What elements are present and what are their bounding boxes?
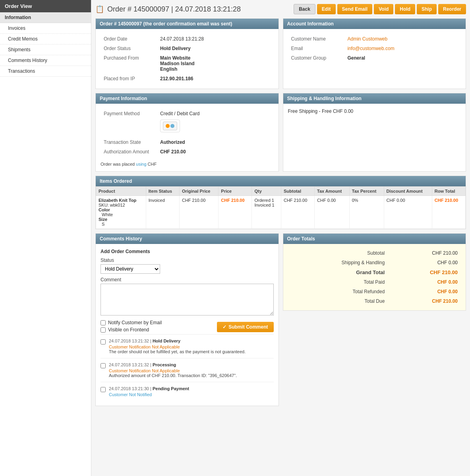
items-ordered-header: Items Ordered: [96, 176, 466, 186]
transaction-state-value: Authorized: [160, 139, 185, 145]
item-status-cell: Invoiced: [146, 196, 179, 229]
customer-group-value: General: [348, 55, 366, 61]
account-info-panel: Account Information Customer Name Admin …: [283, 18, 466, 89]
col-item-status: Item Status: [146, 187, 179, 196]
status-select[interactable]: Hold Delivery Processing Pending Payment…: [101, 264, 160, 274]
comment-entry-3: 24.07.2018 13:21:30 | Pending Payment Cu…: [101, 382, 274, 401]
account-info-header: Account Information: [283, 19, 466, 29]
order-totals-body: Subtotal CHF 210.00 Shipping & Handling …: [283, 244, 466, 310]
notify-checkbox[interactable]: [101, 320, 106, 325]
qty-cell: Ordered 1 Invoiced 1: [252, 196, 281, 229]
customer-name-link[interactable]: Admin Customweb: [348, 36, 388, 42]
comment-date-3: 24.07.2018 13:21:30: [109, 386, 149, 391]
comment-text-1: The order should not be fulfilled yet, a…: [109, 349, 274, 354]
send-email-button[interactable]: Send Email: [337, 4, 373, 14]
total-due-value: CHF 210.00: [389, 297, 461, 306]
email-link[interactable]: info@customweb.com: [348, 46, 395, 51]
product-name: Elizabeth Knit Top: [99, 198, 136, 203]
shipping-handling-label: Shipping & Handling: [288, 258, 388, 267]
order-totals-panel-inner: Order Totals Subtotal CHF 210.00 Shippin…: [283, 233, 466, 311]
color-value: White: [99, 212, 113, 217]
page-wrapper: Order View Information Invoices Credit M…: [0, 0, 470, 476]
order-date-label: Order Date: [101, 35, 157, 43]
top-grid: Order # 145000097 (the order confirmatio…: [95, 18, 466, 89]
col-product: Product: [96, 187, 146, 196]
order-status-value: Hold Delivery: [160, 46, 191, 51]
using-link[interactable]: using: [136, 162, 146, 166]
comment-meta-3: 24.07.2018 13:21:30 | Pending Payment: [109, 386, 274, 391]
card-dot-orange: [166, 124, 170, 128]
order-placed-text: Order was placed using CHF: [101, 162, 274, 166]
comment-checkbox-3[interactable]: [101, 387, 106, 392]
payment-shipping-grid: Payment Information Payment Method Credi…: [95, 93, 466, 172]
comment-date-1: 24.07.2018 13:21:32: [109, 339, 149, 343]
order-status-label: Order Status: [101, 44, 157, 53]
status-row: Status Hold Delivery Processing Pending …: [101, 257, 274, 274]
checkboxes: Notify Customer by Email Visible on Fron…: [101, 320, 162, 334]
sidebar-title: Order View: [0, 0, 91, 12]
placed-ip-label: Placed from IP: [101, 74, 157, 83]
submit-comment-button[interactable]: ✓ Submit Comment: [217, 322, 273, 332]
shipping-info-panel: Shipping & Handling Information Free Shi…: [283, 93, 466, 172]
comment-status-3: Pending Payment: [153, 386, 189, 391]
shipping-handling-value: CHF 0.00: [389, 258, 461, 267]
subtotal-label: Subtotal: [288, 249, 388, 257]
visible-checkbox[interactable]: [101, 327, 106, 333]
grand-total-value: CHF 210.00: [389, 268, 461, 277]
sidebar-item-transactions[interactable]: Transactions: [0, 66, 91, 77]
sidebar-item-credit-memos[interactable]: Credit Memos: [0, 34, 91, 45]
total-refunded-value: CHF 0.00: [389, 287, 461, 296]
purchased-from-value: Main Website Madison Island English: [158, 54, 273, 74]
comment-entry-2: 24.07.2018 13:21:32 | Processing Custome…: [101, 358, 274, 382]
reorder-button[interactable]: Reorder: [438, 4, 466, 14]
size-value: S: [99, 222, 104, 226]
total-due-label: Total Due: [288, 297, 388, 306]
hold-button[interactable]: Hold: [395, 4, 415, 14]
comment-checkbox-1[interactable]: [101, 339, 106, 344]
payment-method-label: Payment Method: [101, 109, 157, 137]
subtotal-value: CHF 210.00: [389, 249, 461, 257]
header-buttons: Back Edit Send Email Void Hold Ship Reor…: [294, 4, 466, 14]
comment-checkbox-2[interactable]: [101, 363, 106, 368]
tax-percent-cell: 0%: [349, 196, 384, 229]
comment-notification-3: Customer Not Notified: [109, 392, 274, 397]
tax-amount-cell: CHF 0.00: [315, 196, 350, 229]
col-tax-amount: Tax Amount: [315, 187, 350, 196]
void-button[interactable]: Void: [374, 4, 393, 14]
items-table: Product Item Status Original Price Price…: [96, 186, 466, 229]
main-content: 📋 Order # 145000097 | 24.07.2018 13:21:2…: [91, 0, 470, 476]
discount-amount-cell: CHF 0.00: [384, 196, 432, 229]
edit-button[interactable]: Edit: [317, 4, 336, 14]
comment-notification-2: Customer Notification Not Applicable: [109, 368, 274, 373]
submit-button-label: Submit Comment: [228, 324, 268, 330]
page-title: Order # 145000097 | 24.07.2018 13:21:28: [107, 5, 241, 14]
transaction-state-label: Transaction State: [101, 138, 157, 147]
comments-history-header: Comments History: [96, 234, 279, 244]
qty-invoiced-value: 1: [272, 203, 274, 207]
order-totals-panel: Order Totals Subtotal CHF 210.00 Shippin…: [283, 233, 466, 406]
ship-button[interactable]: Ship: [417, 4, 437, 14]
comments-section: Add Order Comments Status Hold Delivery …: [96, 244, 279, 406]
sidebar-item-comments-history[interactable]: Comments History: [0, 55, 91, 66]
comment-textarea[interactable]: [101, 284, 274, 315]
auth-amount-label: Authorization Amount: [101, 147, 157, 156]
sidebar-item-invoices[interactable]: Invoices: [0, 23, 91, 34]
total-paid-value: CHF 0.00: [389, 278, 461, 286]
col-original-price: Original Price: [179, 187, 218, 196]
comment-body-1: 24.07.2018 13:21:32 | Hold Delivery Cust…: [109, 339, 274, 354]
back-button[interactable]: Back: [294, 4, 315, 14]
sidebar-item-shipments[interactable]: Shipments: [0, 45, 91, 55]
grand-total-label: Grand Total: [288, 268, 388, 277]
qty-ordered-label: Ordered: [254, 198, 270, 203]
comment-meta-2: 24.07.2018 13:21:32 | Processing: [109, 362, 274, 367]
price-cell: CHF 210.00: [219, 196, 252, 229]
submit-check-icon: ✓: [222, 324, 226, 330]
auth-amount-value: CHF 210.00: [160, 149, 186, 155]
payment-info-header: Payment Information: [96, 93, 279, 104]
table-row: Elizabeth Knit Top SKU: wbk012 Color Whi…: [96, 196, 466, 229]
color-label: Color: [99, 207, 110, 212]
order-totals-header: Order Totals: [283, 234, 466, 244]
email-label: Email: [289, 44, 344, 53]
col-subtotal: Subtotal: [281, 187, 314, 196]
col-price: Price: [219, 187, 252, 196]
